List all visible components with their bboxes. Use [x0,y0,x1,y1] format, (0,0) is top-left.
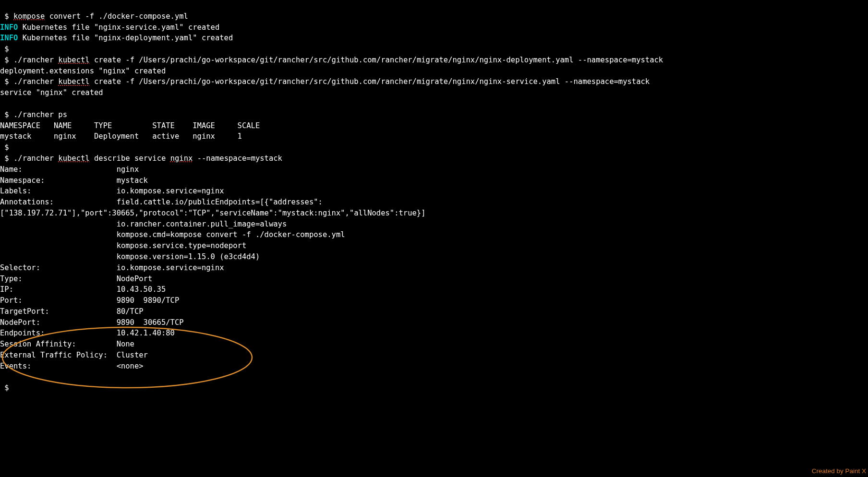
describe-events: Events: <none> [0,362,144,370]
describe-annotations-5: kompose.service.type=nodeport [0,241,246,250]
describe-port: Port: 9890 9890/TCP [0,296,179,305]
cmd-kubectl: kubectl [58,77,89,86]
cmd3-line: $ ./rancher kubectl create -f /Users/pra… [0,77,650,86]
describe-annotations-4: kompose.cmd=kompose convert -f ./docker-… [0,230,345,239]
cmd2-line: $ ./rancher kubectl create -f /Users/pra… [0,56,663,64]
prompt: $ [0,154,13,163]
describe-endpoints: Endpoints: 10.42.1.40:80 [0,329,175,337]
watermark-paintx: Created by Paint X [812,466,866,476]
info-line-1: INFO Kubernetes file "nginx-service.yaml… [0,23,219,32]
prompt: $ [0,12,13,21]
cmd-rancher-ps: ./rancher ps [13,110,67,119]
describe-nodeport: NodePort: 9890 30665/TCP [0,318,184,327]
cmd-mid: describe service [90,154,170,163]
output-service-created: service "nginx" created [0,88,103,97]
ps-header: NAMESPACE NAME TYPE STATE IMAGE SCALE [0,121,260,130]
describe-ip: IP: 10.43.50.35 [0,285,166,294]
info-msg: Kubernetes file "nginx-deployment.yaml" … [18,34,233,42]
describe-annotations-2: ["138.197.72.71"],"port":30665,"protocol… [0,209,426,217]
prompt: $ [0,110,13,119]
info-label: INFO [0,34,18,42]
prompt-empty: $ [0,45,9,53]
describe-annotations-6: kompose.version=1.15.0 (e3cd4d4) [0,252,260,261]
cmd5-line: $ ./rancher kubectl describe service ngi… [0,154,282,163]
describe-name: Name: nginx [0,165,139,174]
info-line-2: INFO Kubernetes file "nginx-deployment.y… [0,34,233,42]
prompt: $ [0,56,13,64]
describe-type: Type: NodePort [0,274,152,283]
describe-annotations-1: Annotations: field.cattle.io/publicEndpo… [0,198,323,206]
cmd-rest: create -f /Users/prachi/go-workspace/git… [90,56,663,64]
prompt-empty: $ [0,143,9,152]
terminal-output[interactable]: $ kompose convert -f ./docker-compose.ym… [0,0,868,394]
ps-row: mystack nginx Deployment active nginx 1 [0,132,242,141]
describe-targetport: TargetPort: 80/TCP [0,307,144,316]
describe-session-affinity: Session Affinity: None [0,340,134,348]
cmd-args: convert -f ./docker-compose.yml [45,12,188,21]
output-deployment-created: deployment.extensions "nginx" created [0,67,166,75]
info-label: INFO [0,23,18,32]
cmd-kubectl: kubectl [58,154,89,163]
cmd-pre: ./rancher [13,56,58,64]
describe-external-traffic-policy: External Traffic Policy: Cluster [0,351,148,359]
describe-selector: Selector: io.kompose.service=nginx [0,263,224,272]
cmd4-line: $ ./rancher ps [0,110,67,119]
info-msg: Kubernetes file "nginx-service.yaml" cre… [18,23,219,32]
describe-annotations-3: io.rancher.container.pull_image=always [0,220,287,228]
cmd-pre: ./rancher [13,77,58,86]
cmd-nginx: nginx [170,154,193,163]
prompt-end: $ [0,383,9,392]
cmd-rest: --namespace=mystack [193,154,282,163]
cmd1-line: $ kompose convert -f ./docker-compose.ym… [0,12,188,21]
prompt: $ [0,77,13,86]
cmd-pre: ./rancher [13,154,58,163]
cmd-rest: create -f /Users/prachi/go-workspace/git… [90,77,650,86]
cmd-kubectl: kubectl [58,56,89,64]
cmd-kompose: kompose [13,12,45,21]
describe-namespace: Namespace: mystack [0,176,148,185]
describe-labels: Labels: io.kompose.service=nginx [0,187,224,195]
